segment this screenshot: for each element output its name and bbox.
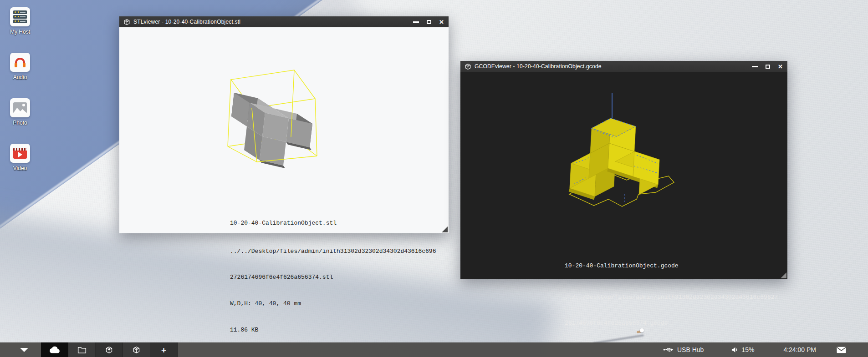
stl-file-info: 10-20-40-CalibrationObject.stl ../../Des… <box>230 201 436 352</box>
desktop-icon-label: Photo <box>13 120 27 126</box>
folder-icon <box>77 346 87 354</box>
maximize-button[interactable] <box>766 65 770 69</box>
stl-filename: 10-20-40-CalibrationObject.stl <box>230 219 436 227</box>
taskbar-button-add[interactable]: + <box>150 342 178 357</box>
desktop-icon-column: My Host Audio Photo Video <box>4 7 36 189</box>
close-button[interactable]: ✕ <box>439 19 444 25</box>
gcode-path-line2: 26174696f6e4f626a656374.gcode <box>565 319 778 327</box>
gcode-file-info: 10-20-40-CalibrationObject.gcode ../../D… <box>565 244 778 357</box>
gcode-path-line1: ../../Desktop/files/admin/inith31302d323… <box>565 293 778 302</box>
cloud-icon <box>49 346 61 354</box>
desktop-icon-label: Video <box>13 165 27 171</box>
plus-icon: + <box>161 346 166 354</box>
gcodeviewer-window: GCODEviewer - 10-20-40-CalibrationObject… <box>460 61 787 279</box>
usb-status[interactable]: USB Hub <box>663 346 704 353</box>
clock-text: 4:24:00 PM <box>783 346 816 353</box>
clock[interactable]: 4:24:00 PM <box>783 346 816 353</box>
gcode-viewport[interactable]: 10-20-40-CalibrationObject.gcode ../../D… <box>460 72 787 279</box>
photo-icon <box>10 98 30 117</box>
resize-handle[interactable] <box>781 272 786 278</box>
taskbar-button-files[interactable] <box>68 342 96 357</box>
usb-label: USB Hub <box>677 346 704 353</box>
desktop-icon-my-host[interactable]: My Host <box>4 7 36 53</box>
desktop-icon-label: Audio <box>13 74 27 80</box>
gcode-3d-toolpath <box>565 75 692 225</box>
stl-viewport[interactable]: 10-20-40-CalibrationObject.stl ../../Des… <box>119 27 449 233</box>
stlviewer-titlebar[interactable]: STLviewer - 10-20-40-CalibrationObject.s… <box>119 16 449 27</box>
envelope-icon <box>837 347 846 353</box>
gcodeviewer-titlebar[interactable]: GCODEviewer - 10-20-40-CalibrationObject… <box>460 61 787 72</box>
desktop-icon-label: My Host <box>10 29 30 35</box>
volume-percent: 15% <box>741 346 754 353</box>
headphones-icon <box>10 53 30 72</box>
stl-path-line1: ../../Desktop/files/admin/inith31302d323… <box>230 247 436 256</box>
close-button[interactable]: ✕ <box>778 64 783 70</box>
taskbar: + USB Hub 15% 4:24:00 PM <box>0 342 868 357</box>
package-cube-icon <box>465 63 471 70</box>
desktop-icon-photo[interactable]: Photo <box>4 98 36 144</box>
window-title: STLviewer - 10-20-40-CalibrationObject.s… <box>133 19 240 25</box>
volume-status[interactable]: 15% <box>731 346 754 353</box>
taskbar-button-gcodeviewer[interactable] <box>123 342 150 357</box>
gcode-filename: 10-20-40-CalibrationObject.gcode <box>565 261 778 270</box>
taskbar-button-stlviewer[interactable] <box>96 342 123 357</box>
server-icon <box>10 7 30 26</box>
taskbar-buttons: + <box>41 342 178 357</box>
chevron-down-icon[interactable] <box>20 348 28 352</box>
package-cube-icon <box>105 346 113 354</box>
stl-filesize: 11.86 KB <box>230 326 436 334</box>
stlviewer-window: STLviewer - 10-20-40-CalibrationObject.s… <box>119 16 449 233</box>
usb-icon <box>663 347 674 352</box>
maximize-button[interactable] <box>427 20 431 24</box>
stl-3d-model <box>219 64 332 177</box>
minimize-button[interactable] <box>413 21 419 23</box>
speaker-icon <box>731 347 738 353</box>
taskbar-status-area: USB Hub 15% 4:24:00 PM <box>663 342 868 357</box>
video-icon <box>10 144 30 163</box>
stl-dimensions: W,D,H: 40, 40, 40 mm <box>230 299 436 308</box>
taskbar-button-cloud[interactable] <box>41 342 68 357</box>
desktop-icon-video[interactable]: Video <box>4 144 36 189</box>
messages-tray[interactable] <box>837 347 846 353</box>
stl-path-line2: 2726174696f6e4f626a656374.stl <box>230 273 436 282</box>
window-title: GCODEviewer - 10-20-40-CalibrationObject… <box>475 63 602 70</box>
package-cube-icon <box>123 19 130 25</box>
desktop-icon-audio[interactable]: Audio <box>4 53 36 98</box>
package-cube-icon <box>133 346 140 354</box>
resize-handle[interactable] <box>442 226 448 232</box>
minimize-button[interactable] <box>752 66 758 67</box>
